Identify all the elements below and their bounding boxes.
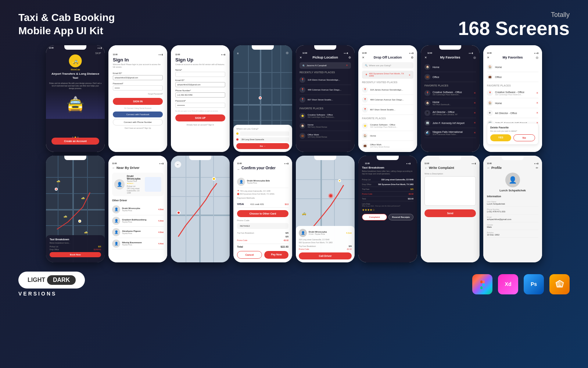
fav-home-l[interactable]: 🏠 Home bbox=[487, 62, 538, 72]
other-driver-3[interactable]: 👤 Abrahams Pigeon Toyota Prius 4.5/mi bbox=[112, 227, 164, 238]
location-item-1[interactable]: 📍 318 Glenn Avenue Stonebridge... bbox=[300, 75, 351, 85]
receipt-button[interactable]: Resend Receipts bbox=[388, 214, 413, 220]
signin-link[interactable]: Already have an account? Sign In bbox=[175, 124, 225, 126]
sketch-icon bbox=[549, 274, 570, 294]
other-driver-4[interactable]: 👤 Nikolaj Baummann Toyota Prius 4.4/mi bbox=[112, 238, 164, 250]
pwd-input[interactable]: •••••••• bbox=[113, 85, 163, 91]
back-icon-profile[interactable]: ← bbox=[487, 166, 490, 170]
promo-field[interactable]: RETAKE2 bbox=[237, 223, 288, 229]
pickup-search[interactable]: 🔍 Jassims N Campbell ✕ bbox=[300, 62, 351, 69]
edit-icon[interactable]: ✏ bbox=[536, 166, 538, 170]
no-button[interactable]: No bbox=[513, 134, 535, 141]
do-fav-2[interactable]: 🏠 Home bbox=[362, 131, 413, 141]
location-item-2[interactable]: 📍 488 Coleman Avenue San Diego... bbox=[300, 85, 351, 95]
fav-item-3[interactable]: 💼 Office Work 124 Ferry Street Romax bbox=[300, 131, 351, 141]
name-input[interactable] bbox=[175, 72, 225, 77]
fav-l-1[interactable]: 📍 Creative Software - Office 310 Cambrid… bbox=[487, 88, 538, 98]
fav-place-icon-4: 🏢 bbox=[424, 120, 430, 126]
book-now-button[interactable]: Book Now bbox=[50, 252, 101, 257]
delete-icon-3[interactable]: ✕ bbox=[474, 112, 476, 114]
stars[interactable]: ★★★★☆ bbox=[362, 208, 413, 212]
fb-button[interactable]: Connect with Facebook bbox=[113, 112, 163, 117]
notch-6 bbox=[377, 45, 399, 50]
do-fav-3[interactable]: 💼 Office Work 124 Ferry Street Romax bbox=[362, 141, 413, 151]
brand-name: SlickCab bbox=[69, 68, 82, 71]
phone-input[interactable]: (+1) 392-302-5459 bbox=[175, 92, 225, 98]
dropoff-search[interactable]: 🔍 Where are you Going? bbox=[362, 62, 413, 68]
gear-icon[interactable]: ⚙ bbox=[348, 56, 351, 59]
clear-icon[interactable]: ✕ bbox=[409, 74, 410, 76]
complaint-button[interactable]: Complaint bbox=[362, 214, 387, 220]
fav-item-1[interactable]: ⭐ Creative Software - Office 310 Cambrid… bbox=[300, 111, 351, 121]
close-icon[interactable]: ✕ bbox=[300, 56, 302, 59]
yes-button[interactable]: YES bbox=[490, 134, 511, 141]
fav-home[interactable]: 🏠 Home bbox=[424, 62, 476, 72]
create-account-button[interactable]: Create an Account bbox=[51, 138, 99, 145]
delete-icon-5[interactable]: ✕ bbox=[474, 131, 476, 134]
del-l-1[interactable]: ✕ bbox=[536, 92, 538, 95]
onboard-desc: Relax and do whatever fits with your des… bbox=[49, 82, 102, 90]
fav-place-1[interactable]: 📍 Creative Software - Office 310 Cambrid… bbox=[424, 88, 476, 98]
go-button[interactable]: Go → bbox=[236, 143, 289, 149]
signin-button[interactable]: SIGN IN bbox=[113, 98, 163, 105]
delete-icon-4[interactable]: ✕ bbox=[474, 121, 476, 124]
back-icon-confirm[interactable]: ← bbox=[237, 168, 240, 171]
signup-button[interactable]: SIGN UP bbox=[175, 114, 225, 121]
fav-l-3[interactable]: ✈ Art Director - Office ✕ bbox=[487, 108, 538, 118]
bd-fare: Trip Fare $25 bbox=[362, 187, 413, 192]
settings-icon-fvd[interactable]: ◎ bbox=[473, 56, 476, 59]
dropoff-title: Drop Off Location bbox=[374, 56, 402, 59]
back-icon-complaint[interactable]: ← bbox=[424, 166, 427, 170]
marker-b bbox=[78, 220, 81, 223]
do-loc-2[interactable]: 📍 488 Coleman Avenue San Diego... bbox=[362, 95, 413, 105]
settings-icon-fvl[interactable]: ◎ bbox=[536, 56, 538, 59]
delete-icon-2[interactable]: ✕ bbox=[474, 102, 476, 105]
selected-driver-card[interactable]: 👤 Drukt Wronczyba Toyota Prius ★★★★☆ Pic… bbox=[112, 173, 164, 196]
svg-point-3 bbox=[482, 283, 485, 286]
other-driver-1[interactable]: 👤 Drukt Wronczyba Toyota Prius 4.5/mi bbox=[112, 204, 164, 215]
del-l-2[interactable]: ✕ bbox=[536, 102, 538, 105]
skip-button[interactable]: SKIP bbox=[95, 52, 101, 54]
do-loc-3[interactable]: 📍 897 Short Street Seattle... bbox=[362, 105, 413, 115]
action-btns-bd: Complaint Resend Receipts bbox=[362, 214, 413, 220]
del-l-3[interactable]: ✕ bbox=[536, 112, 538, 114]
fav-office[interactable]: 💼 Office bbox=[424, 72, 476, 82]
fav-place-5[interactable]: 🌊 Niagara Falls International 3234 Glenw… bbox=[424, 128, 476, 138]
card-row[interactable]: VISA 4111 credit 4231 $13 bbox=[237, 201, 288, 208]
choose-card-button[interactable]: Choose to Other Card bbox=[237, 210, 288, 217]
fav-place-3[interactable]: ✈ Art Director - Office 234 Melody Lane … bbox=[424, 108, 476, 118]
fav-item-2[interactable]: 🏠 Home 402 Ferry Street Romax bbox=[300, 121, 351, 131]
email-input-su[interactable]: achpachilive232@gmail.com bbox=[175, 82, 225, 87]
do-fav-icon-2: 🏠 bbox=[362, 133, 368, 139]
address-field[interactable]: 📍 400 Sycamore Drive Fort Worth, TX 1983… bbox=[362, 71, 413, 79]
location-item-3[interactable]: 📍 897 Short Street Seattle... bbox=[300, 95, 351, 105]
locate-icon[interactable]: ◎ bbox=[286, 51, 288, 54]
other-driver-2[interactable]: 👤 Grazbert Balthausbierg Toyota Prius 4.… bbox=[112, 215, 164, 227]
fav-l-2[interactable]: 🏠 Home ✕ bbox=[487, 98, 538, 108]
close-icon-fvl[interactable]: ✕ bbox=[487, 56, 490, 59]
close-icon-do[interactable]: ✕ bbox=[362, 56, 365, 59]
cancel-button[interactable]: Cancel bbox=[237, 251, 262, 259]
pay-now-button[interactable]: Pay Now bbox=[264, 251, 288, 259]
pickup-field[interactable] bbox=[240, 131, 289, 136]
signup-link[interactable]: Don't have an account? Sign Up bbox=[113, 127, 163, 129]
call-driver-button[interactable]: Call Driver bbox=[299, 252, 352, 259]
back-btn-map[interactable]: ← bbox=[175, 161, 181, 168]
delete-icon-1[interactable]: ✕ bbox=[474, 92, 476, 95]
phone-button[interactable]: Connect with Phone Number bbox=[113, 119, 163, 125]
back-icon-nearby[interactable]: ← bbox=[112, 166, 115, 170]
close-icon-fvd[interactable]: ✕ bbox=[424, 56, 427, 59]
do-fav-1[interactable]: ⭐ Creative Software - Office 310 Cambrid… bbox=[362, 121, 413, 131]
forgot-pwd[interactable]: Forgot Password? bbox=[113, 93, 163, 95]
send-button[interactable]: Send bbox=[424, 209, 476, 217]
fav-office-l[interactable]: 💼 Office bbox=[487, 72, 538, 82]
fav-place-2[interactable]: 🏠 Home 402 Plum Dartmouth... ✕ bbox=[424, 98, 476, 108]
dropoff-field[interactable]: 354 Long Street Gainesville bbox=[240, 137, 289, 142]
gear-icon-do[interactable]: ⚙ bbox=[411, 56, 413, 59]
pwd-input-su[interactable]: •••••••••••• bbox=[175, 103, 225, 108]
email-input[interactable]: achpachilive232@gmail.com bbox=[113, 75, 163, 80]
menu-icon[interactable]: ≡ bbox=[237, 52, 239, 55]
fav-place-4[interactable]: 🏢 John F. Kennedy Int'l Airport ✕ bbox=[424, 118, 476, 128]
complaint-input[interactable] bbox=[424, 176, 476, 206]
do-loc-1[interactable]: 📍 318 James Avenue Stonebridge... bbox=[362, 85, 413, 95]
